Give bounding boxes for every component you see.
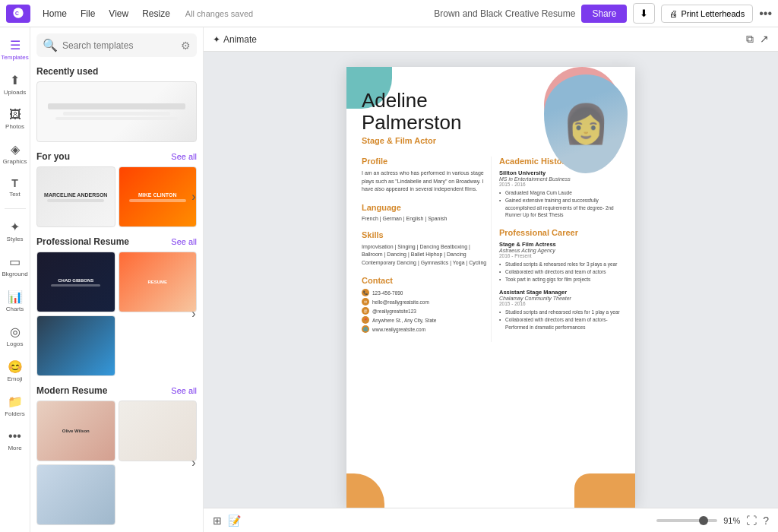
phone-icon: 📞 [362,289,369,296]
share-button[interactable]: Share [581,5,627,23]
for-you-thumb-2[interactable]: MIKE CLINTON [119,166,198,227]
sidebar-item-logos[interactable]: ◎ Logos [2,320,29,352]
nav-view[interactable]: View [103,6,134,21]
print-icon: 🖨 [669,9,678,18]
language-section-title: Language [362,203,491,212]
photo-placeholder-icon: 👩 [562,102,609,146]
more-options-button[interactable]: ••• [759,7,772,21]
print-button[interactable]: 🖨 Print Letterheads [661,5,753,23]
topbar-right-section: Brown and Black Creative Resume Share ⬇ … [434,3,772,24]
academic-bullet-1: Graduated Magna Cum Laude [499,189,620,197]
animate-button[interactable]: ✦ Animate [213,34,257,45]
sidebar-item-styles[interactable]: ✦ Styles [2,215,29,247]
canvas-toolbar: ✦ Animate ⧉ ↗ [204,27,778,52]
copy-icon[interactable]: ⧉ [746,33,754,46]
search-bar[interactable]: 🔍 ⚙ [36,33,197,57]
modern-thumb-3[interactable] [36,464,115,525]
for-you-title: For you [36,151,70,162]
sidebar-item-uploads[interactable]: ⬆ Uploads [2,68,29,100]
sidebar-item-photos[interactable]: 🖼 Photos [2,103,29,135]
for-you-thumb-1[interactable]: MARCELINE ANDERSON [36,166,115,227]
for-you-header: For you See all [36,151,197,162]
address-icon: 📍 [362,316,369,324]
logos-icon: ◎ [10,325,21,339]
search-input[interactable] [62,40,176,51]
app-logo[interactable]: C [6,5,30,23]
svg-text:C: C [15,10,19,15]
skills-text: Improvisation | Singing | Dancing Beatbo… [362,243,491,268]
contact-section: Contact 📞 123-456-7890 ✉ hello@reallygre… [362,276,491,333]
recently-used-thumb-1[interactable] [36,81,197,142]
nav-resize[interactable]: Resize [136,6,176,21]
deco-amber-right-shape [574,473,635,508]
contact-section-title: Contact [362,276,491,285]
job1-bullet-3: Took part in acting gigs for film projec… [499,276,620,283]
nav-file[interactable]: File [74,6,101,21]
recently-used-title: Recently used [36,66,98,77]
left-sidebar: ☰ Templates ⬆ Uploads 🖼 Photos ◈ Graphic… [0,27,30,532]
job2-title: Assistant Stage Manager [499,289,620,296]
professional-resume-see-all[interactable]: See all [171,237,197,246]
sidebar-item-emoji[interactable]: 😊 Emoji [2,355,29,387]
professional-next-arrow[interactable]: › [186,306,201,321]
text-icon: T [11,177,18,189]
professional-resume-header: Professional Resume See all [36,236,197,247]
profile-section-title: Profile [362,157,491,166]
sidebar-item-more[interactable]: ••• More [2,425,29,456]
notes-icon[interactable]: 📝 [228,515,241,527]
templates-icon: ☰ [10,38,21,52]
for-you-see-all[interactable]: See all [171,152,197,161]
nav-home[interactable]: Home [36,6,73,21]
download-button[interactable]: ⬇ [633,3,655,24]
skills-section: Skills Improvisation | Singing | Dancing… [362,230,491,268]
prof-thumb-2[interactable]: RESUME [119,252,198,312]
more-icon: ••• [8,429,21,443]
resume-left-column: Profile I am an actress who has performe… [362,157,491,342]
canvas-scroll[interactable]: 👩 Adeline Palmerston Stage & Film Actor [204,52,778,508]
contact-phone: 📞 123-456-7890 [362,289,491,296]
language-text: French | German | English | Spanish [362,216,491,221]
social-icon: @ [362,307,369,315]
for-you-next-arrow[interactable]: › [186,189,201,204]
help-icon[interactable]: ? [763,515,769,527]
modern-thumb-1[interactable]: Olive Wilson [36,401,115,461]
charts-icon: 📊 [8,290,23,304]
recently-used-header: Recently used [36,66,197,77]
modern-resume-header: Modern Resume See all [36,385,197,396]
skills-section-title: Skills [362,230,491,239]
professional-resume-title: Professional Resume [36,236,129,247]
resume-document: 👩 Adeline Palmerston Stage & Film Actor [346,67,635,508]
modern-next-arrow[interactable]: › [186,455,201,470]
fullscreen-icon[interactable]: ⛶ [746,515,757,527]
modern-thumb-2[interactable] [119,401,198,461]
export-icon[interactable]: ↗ [760,33,769,46]
profile-photo: 👩 [544,74,628,173]
bottom-left-tools: ⊞ 📝 [213,515,241,527]
resume-right-column: Academic History Sillton University MS i… [491,157,620,342]
sidebar-item-background[interactable]: ▭ Bkground [2,250,29,282]
prof-thumb-1[interactable]: CHAD GIBBONS [36,252,115,312]
canvas-area: ✦ Animate ⧉ ↗ 👩 [204,27,778,532]
sidebar-item-templates[interactable]: ☰ Templates [2,33,29,65]
university-dates: 2015 - 2016 [499,182,620,187]
sidebar-item-text[interactable]: T Text [2,173,29,202]
language-section: Language French | German | English | Spa… [362,203,491,221]
doc-title: Brown and Black Creative Resume [434,8,575,19]
grid-view-icon[interactable]: ⊞ [213,515,222,527]
sidebar-item-folders[interactable]: 📁 Folders [2,390,29,422]
prof-thumb-3[interactable] [36,315,115,376]
save-status: All changes saved [185,9,253,18]
sidebar-item-graphics[interactable]: ◈ Graphics [2,138,29,169]
contact-website: 🌐 www.reallygreatsite.com [362,325,491,333]
contact-social: @ @reallygreatsite123 [362,307,491,315]
uploads-icon: ⬆ [10,73,20,87]
zoom-slider[interactable] [656,519,717,522]
filter-icon[interactable]: ⚙ [181,40,191,52]
profile-photo-area: 👩 [544,74,628,173]
contact-address: 📍 Anywhere St., Any City, State [362,316,491,324]
recently-used-grid [36,81,197,142]
modern-resume-see-all[interactable]: See all [171,386,197,395]
photos-icon: 🖼 [9,108,21,122]
sidebar-item-charts[interactable]: 📊 Charts [2,285,29,317]
modern-resume-grid: Olive Wilson [36,401,197,525]
